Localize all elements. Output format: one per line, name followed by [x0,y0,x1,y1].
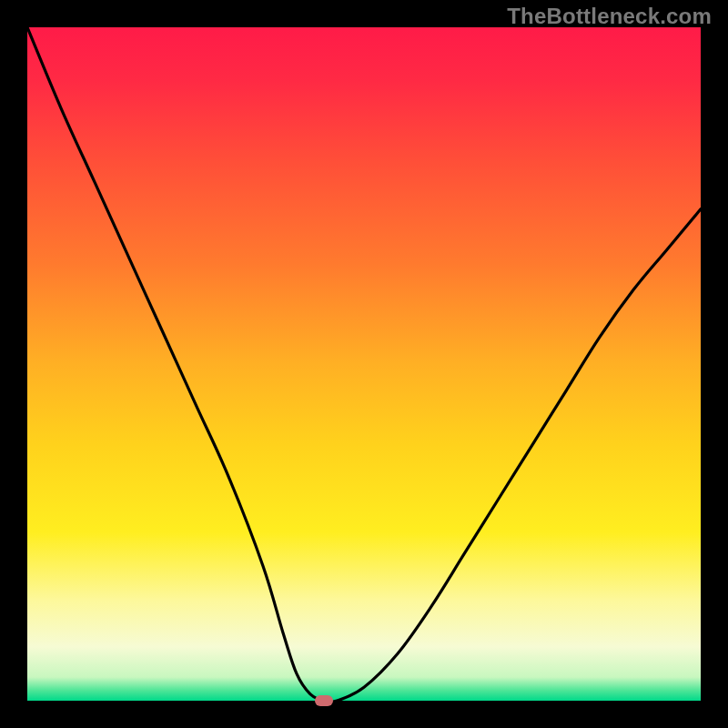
curve-plot [27,27,701,701]
bottleneck-curve [27,27,701,701]
chart-frame: TheBottleneck.com [0,0,728,728]
optimum-marker [315,695,333,706]
watermark-text: TheBottleneck.com [507,4,712,29]
